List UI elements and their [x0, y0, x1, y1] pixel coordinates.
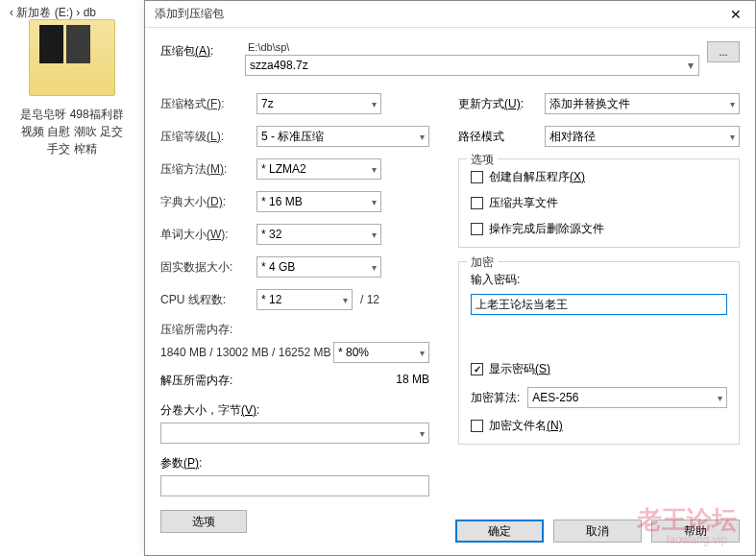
chevron-down-icon: ▾ [372, 262, 377, 273]
delete-checkbox[interactable] [471, 223, 483, 235]
show-password-label: 显示密码(S) [489, 361, 550, 377]
method-combo[interactable]: * LZMA2▾ [256, 158, 381, 180]
decomp-mem-value: 18 MB [396, 373, 429, 389]
dict-combo[interactable]: * 16 MB▾ [256, 191, 381, 212]
dialog-titlebar: 添加到压缩包 ✕ [145, 1, 755, 28]
method-label: 压缩方法(M): [160, 161, 256, 178]
shared-label: 压缩共享文件 [489, 195, 558, 211]
compress-mem-label: 压缩所需内存: [160, 322, 429, 338]
params-input[interactable] [160, 475, 429, 496]
algo-label: 加密算法: [471, 390, 520, 406]
encrypt-names-checkbox[interactable] [471, 420, 483, 432]
folder-icon [29, 19, 115, 96]
solid-combo[interactable]: * 4 GB▾ [256, 256, 381, 278]
chevron-down-icon[interactable]: ▾ [683, 56, 698, 75]
chevron-down-icon: ▾ [420, 348, 425, 358]
encrypt-names-label: 加密文件名(N) [489, 418, 563, 434]
sfx-checkbox[interactable] [471, 171, 483, 183]
solid-label: 固实数据大小: [160, 259, 256, 276]
password-label: 输入密码: [471, 272, 727, 288]
folder-item[interactable]: 是皂皂呀 498福利群视频 自慰 潮吹 足交 手交 榨精 [14, 19, 130, 159]
sfx-label: 创建自解压程序(X) [489, 169, 585, 185]
encrypt-fieldset: 加密 输入密码: 显示密码(S) 加密算法: AES-256▾ [458, 261, 740, 445]
format-label: 压缩格式(F): [160, 96, 256, 112]
archive-name-input[interactable] [245, 55, 699, 76]
level-combo[interactable]: 5 - 标准压缩▾ [256, 126, 429, 147]
dialog-footer: 确定 取消 帮助 [145, 507, 755, 555]
format-combo[interactable]: 7z▾ [256, 93, 381, 114]
path-combo[interactable]: 相对路径▾ [545, 126, 740, 147]
ok-button[interactable]: 确定 [455, 520, 544, 543]
chevron-down-icon: ▾ [420, 132, 425, 142]
close-button[interactable]: ✕ [717, 1, 755, 28]
browse-button[interactable]: ... [707, 41, 740, 62]
update-combo[interactable]: 添加并替换文件▾ [545, 93, 740, 114]
options-legend: 选项 [467, 152, 498, 168]
chevron-down-icon: ▾ [372, 164, 377, 175]
chevron-down-icon: ▾ [372, 99, 377, 109]
dict-label: 字典大小(D): [160, 194, 256, 210]
options-fieldset: 选项 创建自解压程序(X) 压缩共享文件 操作完成后删除源文件 [458, 158, 740, 248]
dialog-title: 添加到压缩包 [155, 6, 224, 22]
archive-path: E:\db\sp\ [245, 41, 699, 53]
word-combo[interactable]: * 32▾ [256, 224, 381, 245]
compress-pct-combo[interactable]: * 80%▾ [333, 342, 429, 363]
level-label: 压缩等级(L): [160, 129, 256, 145]
cpu-label: CPU 线程数: [160, 292, 256, 308]
add-to-archive-dialog: 添加到压缩包 ✕ 压缩包(A): E:\db\sp\ ▾ ... 压缩格式(F) [144, 0, 756, 556]
params-label: 参数(P): [160, 455, 429, 471]
shared-checkbox[interactable] [471, 197, 483, 209]
chevron-down-icon: ▾ [730, 99, 735, 109]
chevron-down-icon: ▾ [718, 393, 722, 403]
show-password-checkbox[interactable] [471, 363, 483, 375]
chevron-down-icon: ▾ [372, 230, 377, 240]
folder-name: 是皂皂呀 498福利群视频 自慰 潮吹 足交 手交 榨精 [14, 104, 130, 159]
cancel-button[interactable]: 取消 [553, 520, 642, 543]
chevron-down-icon: ▾ [372, 197, 377, 207]
cpu-combo[interactable]: * 12▾ [256, 289, 353, 310]
chevron-down-icon: ▾ [420, 428, 425, 439]
cpu-total: / 12 [360, 293, 379, 306]
delete-label: 操作完成后删除源文件 [489, 221, 604, 237]
archive-label: 压缩包(A): [160, 44, 213, 58]
decomp-mem-label: 解压所需内存: [160, 373, 232, 389]
update-label: 更新方式(U): [458, 96, 545, 112]
split-combo[interactable]: ▾ [160, 423, 429, 444]
password-input[interactable] [471, 294, 727, 315]
split-label: 分卷大小，字节(V): [160, 402, 429, 419]
word-label: 单词大小(W): [160, 227, 256, 243]
chevron-down-icon: ▾ [343, 295, 348, 305]
algo-combo[interactable]: AES-256▾ [527, 387, 727, 408]
compress-mem-value: 1840 MB / 13002 MB / 16252 MB [160, 346, 330, 359]
encrypt-legend: 加密 [467, 254, 498, 271]
chevron-down-icon: ▾ [730, 132, 735, 142]
path-label: 路径模式 [458, 129, 545, 145]
help-button[interactable]: 帮助 [651, 520, 740, 543]
